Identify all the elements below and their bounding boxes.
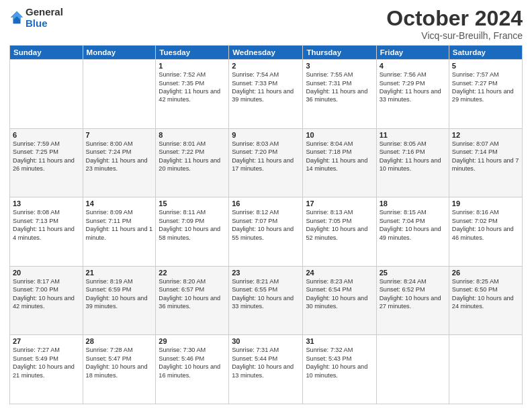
day-cell: 27Sunrise: 7:27 AM Sunset: 5:49 PM Dayli… — [10, 335, 83, 404]
day-info: Sunrise: 7:55 AM Sunset: 7:31 PM Dayligh… — [306, 71, 373, 104]
day-info: Sunrise: 7:57 AM Sunset: 7:27 PM Dayligh… — [452, 71, 519, 104]
logo-icon — [9, 10, 24, 25]
col-header-saturday: Saturday — [449, 46, 522, 60]
day-number: 21 — [86, 269, 153, 277]
day-cell: 22Sunrise: 8:20 AM Sunset: 6:57 PM Dayli… — [156, 266, 229, 335]
day-number: 4 — [380, 62, 446, 70]
calendar-container: General Blue October 2024 Vicq-sur-Breui… — [0, 0, 532, 411]
day-cell: 17Sunrise: 8:13 AM Sunset: 7:05 PM Dayli… — [303, 197, 376, 267]
day-number: 24 — [306, 269, 373, 277]
day-info: Sunrise: 7:27 AM Sunset: 5:49 PM Dayligh… — [13, 346, 80, 379]
day-number: 29 — [159, 337, 226, 345]
day-number: 26 — [452, 269, 519, 277]
day-info: Sunrise: 8:01 AM Sunset: 7:22 PM Dayligh… — [159, 140, 226, 173]
day-cell: 2Sunrise: 7:54 AM Sunset: 7:33 PM Daylig… — [229, 60, 303, 129]
day-cell: 1Sunrise: 7:52 AM Sunset: 7:35 PM Daylig… — [156, 60, 229, 129]
day-cell: 13Sunrise: 8:08 AM Sunset: 7:13 PM Dayli… — [10, 197, 83, 267]
logo-blue: Blue — [26, 18, 63, 30]
col-header-tuesday: Tuesday — [156, 46, 229, 60]
logo-text: General Blue — [26, 7, 63, 29]
header-row: SundayMondayTuesdayWednesdayThursdayFrid… — [10, 46, 523, 60]
day-info: Sunrise: 8:11 AM Sunset: 7:09 PM Dayligh… — [159, 208, 226, 242]
day-info: Sunrise: 8:25 AM Sunset: 6:50 PM Dayligh… — [452, 277, 519, 311]
day-info: Sunrise: 8:08 AM Sunset: 7:13 PM Dayligh… — [13, 208, 80, 242]
week-row-5: 27Sunrise: 7:27 AM Sunset: 5:49 PM Dayli… — [10, 335, 523, 404]
day-number: 8 — [159, 131, 226, 139]
month-title: October 2024 — [386, 7, 523, 30]
day-number: 6 — [13, 131, 80, 139]
week-row-2: 6Sunrise: 7:59 AM Sunset: 7:25 PM Daylig… — [10, 128, 523, 197]
day-cell: 16Sunrise: 8:12 AM Sunset: 7:07 PM Dayli… — [229, 197, 303, 267]
day-info: Sunrise: 8:03 AM Sunset: 7:20 PM Dayligh… — [232, 140, 300, 173]
day-number: 23 — [232, 269, 300, 277]
location-subtitle: Vicq-sur-Breuilh, France — [386, 30, 523, 41]
day-cell: 6Sunrise: 7:59 AM Sunset: 7:25 PM Daylig… — [10, 128, 83, 197]
day-info: Sunrise: 8:09 AM Sunset: 7:11 PM Dayligh… — [86, 208, 153, 242]
day-number: 28 — [86, 337, 153, 345]
day-cell: 10Sunrise: 8:04 AM Sunset: 7:18 PM Dayli… — [303, 128, 376, 197]
day-cell: 29Sunrise: 7:30 AM Sunset: 5:46 PM Dayli… — [156, 335, 229, 404]
title-section: October 2024 Vicq-sur-Breuilh, France — [386, 7, 523, 41]
logo-general: General — [26, 7, 63, 18]
week-row-3: 13Sunrise: 8:08 AM Sunset: 7:13 PM Dayli… — [10, 197, 523, 267]
day-number: 10 — [306, 131, 373, 139]
day-cell: 25Sunrise: 8:24 AM Sunset: 6:52 PM Dayli… — [376, 266, 449, 335]
day-info: Sunrise: 8:07 AM Sunset: 7:14 PM Dayligh… — [452, 140, 519, 173]
day-cell: 11Sunrise: 8:05 AM Sunset: 7:16 PM Dayli… — [376, 128, 449, 197]
day-cell: 15Sunrise: 8:11 AM Sunset: 7:09 PM Dayli… — [156, 197, 229, 267]
day-cell — [376, 335, 449, 404]
day-info: Sunrise: 8:04 AM Sunset: 7:18 PM Dayligh… — [306, 140, 373, 173]
day-cell: 7Sunrise: 8:00 AM Sunset: 7:24 PM Daylig… — [83, 128, 156, 197]
day-info: Sunrise: 7:32 AM Sunset: 5:43 PM Dayligh… — [306, 346, 373, 379]
day-cell — [449, 335, 522, 404]
header: General Blue October 2024 Vicq-sur-Breui… — [9, 7, 523, 41]
day-number: 9 — [232, 131, 300, 139]
day-number: 12 — [452, 131, 519, 139]
day-info: Sunrise: 7:31 AM Sunset: 5:44 PM Dayligh… — [232, 346, 300, 379]
day-info: Sunrise: 7:59 AM Sunset: 7:25 PM Dayligh… — [13, 140, 80, 173]
day-cell: 26Sunrise: 8:25 AM Sunset: 6:50 PM Dayli… — [449, 266, 522, 335]
day-number: 16 — [232, 199, 300, 208]
day-info: Sunrise: 7:52 AM Sunset: 7:35 PM Dayligh… — [159, 71, 226, 104]
day-cell: 3Sunrise: 7:55 AM Sunset: 7:31 PM Daylig… — [303, 60, 376, 129]
day-info: Sunrise: 8:05 AM Sunset: 7:16 PM Dayligh… — [380, 140, 446, 173]
day-number: 27 — [13, 337, 80, 345]
day-number: 7 — [86, 131, 153, 139]
day-info: Sunrise: 7:54 AM Sunset: 7:33 PM Dayligh… — [232, 71, 300, 104]
day-info: Sunrise: 8:00 AM Sunset: 7:24 PM Dayligh… — [86, 140, 153, 173]
logo: General Blue — [9, 7, 63, 29]
calendar-table: SundayMondayTuesdayWednesdayThursdayFrid… — [9, 45, 523, 404]
day-cell — [83, 60, 156, 129]
col-header-thursday: Thursday — [303, 46, 376, 60]
day-info: Sunrise: 8:17 AM Sunset: 7:00 PM Dayligh… — [13, 277, 80, 311]
day-number: 30 — [232, 337, 300, 345]
day-cell: 31Sunrise: 7:32 AM Sunset: 5:43 PM Dayli… — [303, 335, 376, 404]
day-cell: 4Sunrise: 7:56 AM Sunset: 7:29 PM Daylig… — [376, 60, 449, 129]
col-header-sunday: Sunday — [10, 46, 83, 60]
day-info: Sunrise: 8:21 AM Sunset: 6:55 PM Dayligh… — [232, 277, 300, 311]
day-cell: 14Sunrise: 8:09 AM Sunset: 7:11 PM Dayli… — [83, 197, 156, 267]
day-number: 25 — [380, 269, 446, 277]
day-cell: 18Sunrise: 8:15 AM Sunset: 7:04 PM Dayli… — [376, 197, 449, 267]
week-row-1: 1Sunrise: 7:52 AM Sunset: 7:35 PM Daylig… — [10, 60, 523, 129]
day-cell: 24Sunrise: 8:23 AM Sunset: 6:54 PM Dayli… — [303, 266, 376, 335]
day-info: Sunrise: 8:12 AM Sunset: 7:07 PM Dayligh… — [232, 208, 300, 242]
day-cell: 21Sunrise: 8:19 AM Sunset: 6:59 PM Dayli… — [83, 266, 156, 335]
day-number: 2 — [232, 62, 300, 70]
week-row-4: 20Sunrise: 8:17 AM Sunset: 7:00 PM Dayli… — [10, 266, 523, 335]
day-cell: 23Sunrise: 8:21 AM Sunset: 6:55 PM Dayli… — [229, 266, 303, 335]
day-cell: 19Sunrise: 8:16 AM Sunset: 7:02 PM Dayli… — [449, 197, 522, 267]
col-header-friday: Friday — [376, 46, 449, 60]
day-info: Sunrise: 8:23 AM Sunset: 6:54 PM Dayligh… — [306, 277, 373, 311]
day-number: 31 — [306, 337, 373, 345]
day-info: Sunrise: 8:24 AM Sunset: 6:52 PM Dayligh… — [380, 277, 446, 311]
day-info: Sunrise: 8:16 AM Sunset: 7:02 PM Dayligh… — [452, 208, 519, 242]
day-number: 5 — [452, 62, 519, 70]
day-info: Sunrise: 8:19 AM Sunset: 6:59 PM Dayligh… — [86, 277, 153, 311]
day-info: Sunrise: 7:30 AM Sunset: 5:46 PM Dayligh… — [159, 346, 226, 379]
day-number: 18 — [380, 199, 446, 208]
day-info: Sunrise: 7:28 AM Sunset: 5:47 PM Dayligh… — [86, 346, 153, 379]
day-cell: 9Sunrise: 8:03 AM Sunset: 7:20 PM Daylig… — [229, 128, 303, 197]
day-info: Sunrise: 8:13 AM Sunset: 7:05 PM Dayligh… — [306, 208, 373, 242]
col-header-wednesday: Wednesday — [229, 46, 303, 60]
